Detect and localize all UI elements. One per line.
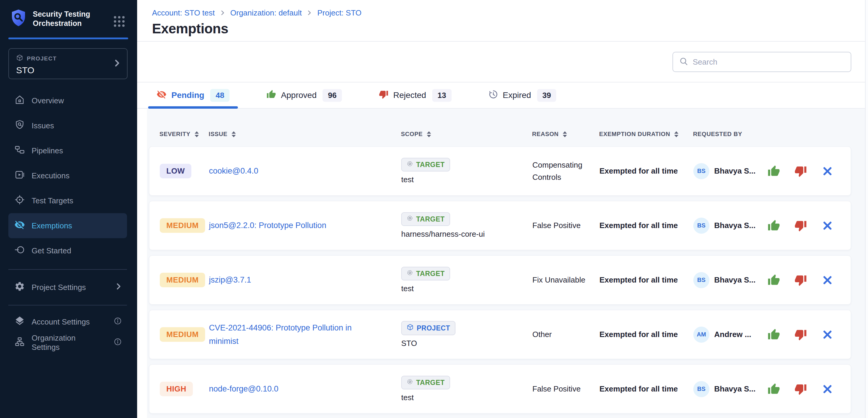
exemption-duration-text: Exempted for all time [599,384,693,393]
avatar: BS [693,163,709,179]
tab-label: Expired [503,91,531,100]
reason-text: False Positive [532,219,599,231]
reject-button[interactable] [794,273,807,287]
history-clock-icon [489,90,498,101]
breadcrumb-organization-link[interactable]: Organization: default [230,8,302,18]
cancel-request-button[interactable] [820,273,834,287]
scope-name: harness/harness-core-ui [401,230,485,239]
sidebar-item-label: Pipelines [32,146,63,155]
scope-target-icon [407,270,413,278]
info-icon[interactable] [114,317,122,327]
search-box[interactable] [673,52,851,72]
table-row: MEDIUM json5@2.2.0: Prototype Pollution … [149,201,851,250]
exemption-duration-text: Exempted for all time [599,275,693,285]
sort-icon[interactable] [195,131,199,137]
avatar: AM [693,326,709,343]
sidebar-item-issues[interactable]: Issues [8,113,127,138]
scope-type-label: TARGET [416,270,445,278]
tab-rejected[interactable]: Rejected 13 [371,82,460,108]
sidebar: Security Testing Orchestration PROJECT S… [0,0,137,418]
tab-pending[interactable]: Pending 48 [148,82,238,108]
get-started-icon [14,244,25,257]
scope-type-label: TARGET [416,215,445,223]
column-header-issue[interactable]: ISSUE [209,131,401,138]
scope-badge: TARGET [401,212,450,226]
table-row: LOW cookie@0.4.0 TARGET test Compensatin… [149,146,851,196]
scrollbar[interactable] [865,0,868,418]
sidebar-item-project-settings[interactable]: Project Settings [8,276,127,299]
project-selector[interactable]: PROJECT STO [8,48,128,79]
column-header-reason[interactable]: REASON [532,131,599,138]
sidebar-item-label: Project Settings [32,283,86,292]
sidebar-item-label: Overview [32,96,64,105]
approve-button[interactable] [767,328,781,342]
scope-badge: PROJECT [401,321,456,335]
requested-by-name: Bhavya S... [714,166,755,176]
sidebar-nav: Overview Issues Pipelines Executions Tes… [0,88,137,263]
reject-button[interactable] [794,328,807,342]
tab-approved[interactable]: Approved 96 [258,82,350,108]
sort-icon[interactable] [231,131,236,137]
reason-text: False Positive [532,383,599,395]
cancel-request-button[interactable] [820,382,834,396]
module-grid-icon[interactable] [114,16,125,27]
project-selector-value: STO [16,65,120,75]
sort-icon[interactable] [427,131,431,137]
sidebar-item-executions[interactable]: Executions [8,163,127,188]
page-title: Exemptions [152,21,868,37]
exemption-duration-text: Exempted for all time [599,330,693,339]
cancel-request-button[interactable] [820,164,834,178]
sidebar-item-organization-settings[interactable]: Organization Settings [8,332,127,353]
issue-link[interactable]: node-forge@0.10.0 [209,384,278,393]
sidebar-item-overview[interactable]: Overview [8,88,127,113]
sidebar-item-account-settings[interactable]: Account Settings [8,311,127,332]
scope-name: test [401,284,414,293]
reject-button[interactable] [794,164,807,178]
thumbs-up-icon [267,90,276,101]
sidebar-item-exemptions[interactable]: Exemptions [8,213,127,238]
approve-button[interactable] [767,164,781,178]
avatar: BS [693,218,709,234]
approve-button[interactable] [767,219,781,233]
requested-by-name: Bhavya S... [714,275,755,285]
issue-link[interactable]: cookie@0.4.0 [209,166,258,175]
exemption-duration-text: Exempted for all time [599,221,693,230]
approve-button[interactable] [767,382,781,396]
reject-button[interactable] [794,219,807,233]
pipeline-icon [14,144,25,157]
chevron-right-icon [114,59,120,68]
column-header-exemption-duration[interactable]: EXEMPTION DURATION [599,131,693,138]
column-header-severity[interactable]: SEVERITY [159,131,209,138]
module-accent-bar [8,37,128,39]
cancel-request-button[interactable] [820,219,834,233]
breadcrumb-project-link[interactable]: Project: STO [317,8,361,18]
tab-expired[interactable]: Expired 39 [480,82,565,108]
issue-link[interactable]: jszip@3.7.1 [209,275,251,284]
tab-count-badge: 96 [322,89,342,102]
sidebar-header: Security Testing Orchestration [0,0,137,28]
cancel-request-button[interactable] [820,328,834,342]
issue-link[interactable]: json5@2.2.0: Prototype Pollution [209,221,327,230]
issue-link[interactable]: CVE-2021-44906: Prototype Pollution in m… [209,323,352,346]
chevron-right-icon [116,283,122,292]
breadcrumb-account-link[interactable]: Account: STO test [152,8,215,18]
sort-icon[interactable] [674,131,678,137]
approve-button[interactable] [767,273,781,287]
column-header-scope[interactable]: SCOPE [401,131,532,138]
reject-button[interactable] [794,382,807,396]
table-row: HIGH node-forge@0.10.0 TARGET test False… [149,364,851,414]
requested-by-name: Andrew ... [714,330,751,339]
search-input[interactable] [693,58,845,67]
tab-label: Pending [172,91,204,100]
sidebar-item-get-started[interactable]: Get Started [8,238,127,263]
sort-icon[interactable] [563,131,567,137]
table-header-row: SEVERITY ISSUE SCOPE REASON EXEMPTION DU… [149,109,851,146]
info-icon[interactable] [114,338,122,348]
severity-badge: MEDIUM [160,273,205,287]
sidebar-divider [8,269,127,270]
app-title: Security Testing Orchestration [33,9,101,28]
sidebar-item-pipelines[interactable]: Pipelines [8,138,127,163]
sidebar-divider [8,305,127,306]
sidebar-item-test-targets[interactable]: Test Targets [8,188,127,213]
requested-by-name: Bhavya S... [714,384,755,393]
